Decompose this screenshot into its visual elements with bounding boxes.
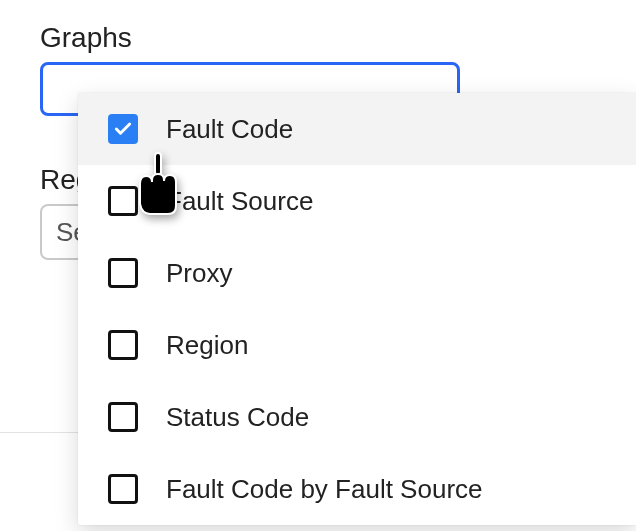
checkbox-fault-source[interactable]	[108, 186, 138, 216]
dropdown-option-label: Status Code	[166, 402, 309, 433]
dropdown-option-label: Proxy	[166, 258, 232, 289]
dropdown-option-label: Region	[166, 330, 248, 361]
dropdown-option-label: Fault Code by Fault Source	[166, 474, 483, 505]
checkbox-status-code[interactable]	[108, 402, 138, 432]
checkbox-proxy[interactable]	[108, 258, 138, 288]
dropdown-option-fault-source[interactable]: Fault Source	[78, 165, 636, 237]
checkbox-region[interactable]	[108, 330, 138, 360]
dropdown-option-fault-code[interactable]: Fault Code	[78, 93, 636, 165]
dropdown-option-label: Fault Source	[166, 186, 313, 217]
dropdown-option-proxy[interactable]: Proxy	[78, 237, 636, 309]
check-icon	[113, 119, 133, 139]
checkbox-fault-code-by-source[interactable]	[108, 474, 138, 504]
dropdown-option-status-code[interactable]: Status Code	[78, 381, 636, 453]
dropdown-option-fault-code-by-source[interactable]: Fault Code by Fault Source	[78, 453, 636, 525]
checkbox-fault-code[interactable]	[108, 114, 138, 144]
graphs-dropdown-menu: Fault Code Fault Source Proxy Region Sta…	[78, 93, 636, 525]
dropdown-option-label: Fault Code	[166, 114, 293, 145]
graphs-section-label: Graphs	[0, 0, 636, 54]
dropdown-option-region[interactable]: Region	[78, 309, 636, 381]
